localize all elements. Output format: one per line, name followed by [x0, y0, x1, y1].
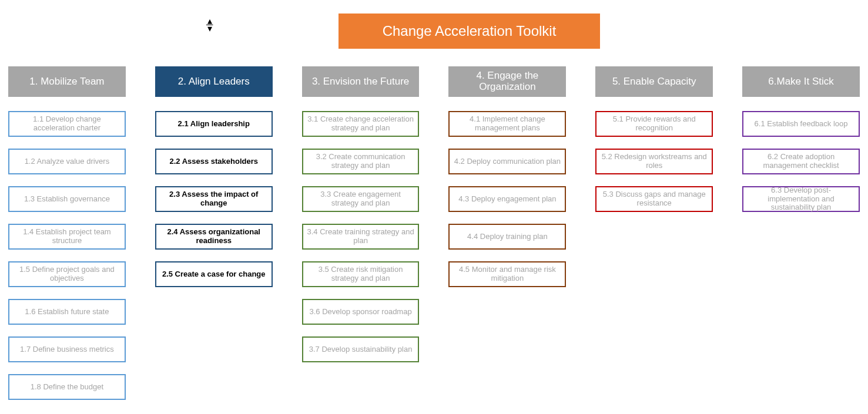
toolkit-item[interactable]: 2.4 Assess organizational readiness	[155, 224, 273, 250]
toolkit-item[interactable]: 6.1 Establish feedback loop	[742, 111, 860, 137]
column-header-text: 3. Envision the Future	[312, 76, 409, 87]
toolkit-item[interactable]: 5.3 Discuss gaps and manage resistance	[595, 186, 713, 212]
column-header[interactable]: 6.Make It Stick	[742, 66, 860, 97]
toolkit-item[interactable]: 4.5 Monitor and manage risk mitigation	[448, 261, 566, 287]
toolkit-item[interactable]: 2.3 Assess the impact of change	[155, 186, 273, 212]
page-title-text: Change Acceleration Toolkit	[383, 23, 557, 39]
toolkit-item[interactable]: 5.2 Redesign workstreams and roles	[595, 149, 713, 174]
toolkit-item[interactable]: 4.1 Implement change management plans	[448, 111, 566, 137]
column-items: 1.1 Develop change acceleration charter …	[8, 111, 126, 400]
toolkit-item[interactable]: 1.8 Define the budget	[8, 374, 126, 400]
toolkit-item[interactable]: 1.4 Establish project team structure	[8, 224, 126, 250]
column-items: 4.1 Implement change management plans 4.…	[448, 111, 566, 287]
column-header[interactable]: 5. Enable Capacity	[595, 66, 713, 97]
toolkit-item[interactable]: 4.4 Deploy training plan	[448, 224, 566, 250]
toolkit-item[interactable]: 3.4 Create training strategy and plan	[302, 224, 420, 250]
toolkit-item[interactable]: 2.2 Assess stakeholders	[155, 149, 273, 174]
column-envision-future: 3. Envision the Future 3.1 Create change…	[302, 66, 420, 400]
toolkit-item[interactable]: 1.3 Establish governance	[8, 186, 126, 212]
toolkit-item[interactable]: 2.5 Create a case for change	[155, 261, 273, 287]
toolkit-item[interactable]: 5.1 Provide rewards and recognition	[595, 111, 713, 137]
column-items: 5.1 Provide rewards and recognition 5.2 …	[595, 111, 713, 212]
column-enable-capacity: 5. Enable Capacity 5.1 Provide rewards a…	[595, 66, 713, 400]
toolkit-item[interactable]: 4.2 Deploy communication plan	[448, 149, 566, 174]
toolkit-item[interactable]: 3.3 Create engagement strategy and plan	[302, 186, 420, 212]
column-header[interactable]: 2. Align Leaders	[155, 66, 273, 97]
toolkit-item[interactable]: 3.2 Create communication strategy and pl…	[302, 149, 420, 174]
column-header-text: 1. Mobilize Team	[29, 76, 104, 87]
column-header-text: 6.Make It Stick	[768, 76, 833, 87]
toolkit-item[interactable]: 1.5 Define project goals and objectives	[8, 261, 126, 287]
toolkit-item[interactable]: 4.3 Deploy engagement plan	[448, 186, 566, 212]
column-header[interactable]: 3. Envision the Future	[302, 66, 420, 97]
toolkit-item[interactable]: 3.6 Develop sponsor roadmap	[302, 299, 420, 325]
column-header-text: 5. Enable Capacity	[612, 76, 696, 87]
toolkit-item[interactable]: 1.1 Develop change acceleration charter	[8, 111, 126, 137]
toolkit-item[interactable]: 3.1 Create change acceleration strategy …	[302, 111, 420, 137]
toolkit-item[interactable]: 2.1 Align leadership	[155, 111, 273, 137]
column-header-text: 2. Align Leaders	[178, 76, 250, 87]
column-engage-org: 4. Engage the Organization 4.1 Implement…	[448, 66, 566, 400]
column-items: 2.1 Align leadership 2.2 Assess stakehol…	[155, 111, 273, 287]
column-header[interactable]: 4. Engage the Organization	[448, 66, 566, 97]
toolkit-item[interactable]: 3.5 Create risk mitigation strategy and …	[302, 261, 420, 287]
toolkit-item[interactable]: 1.7 Define business metrics	[8, 336, 126, 362]
column-make-it-stick: 6.Make It Stick 6.1 Establish feedback l…	[742, 66, 860, 400]
toolkit-item[interactable]: 1.6 Establish future state	[8, 299, 126, 325]
toolkit-item[interactable]: 6.3 Develop post-implementation and sust…	[742, 186, 860, 212]
columns-container: 1. Mobilize Team 1.1 Develop change acce…	[8, 66, 860, 400]
column-align-leaders: 2. Align Leaders 2.1 Align leadership 2.…	[155, 66, 273, 400]
column-items: 6.1 Establish feedback loop 6.2 Create a…	[742, 111, 860, 212]
column-items: 3.1 Create change acceleration strategy …	[302, 111, 420, 362]
toolkit-item[interactable]: 3.7 Develop sustainability plan	[302, 336, 420, 362]
column-mobilize-team: 1. Mobilize Team 1.1 Develop change acce…	[8, 66, 126, 400]
toolkit-item[interactable]: 1.2 Analyze value drivers	[8, 149, 126, 174]
page-title: Change Acceleration Toolkit	[339, 14, 600, 49]
column-header-text: 4. Engage the Organization	[452, 70, 562, 92]
row-resize-icon[interactable]: ▴─▾	[206, 19, 212, 31]
column-header[interactable]: 1. Mobilize Team	[8, 66, 126, 97]
toolkit-item[interactable]: 6.2 Create adoption management checklist	[742, 149, 860, 174]
